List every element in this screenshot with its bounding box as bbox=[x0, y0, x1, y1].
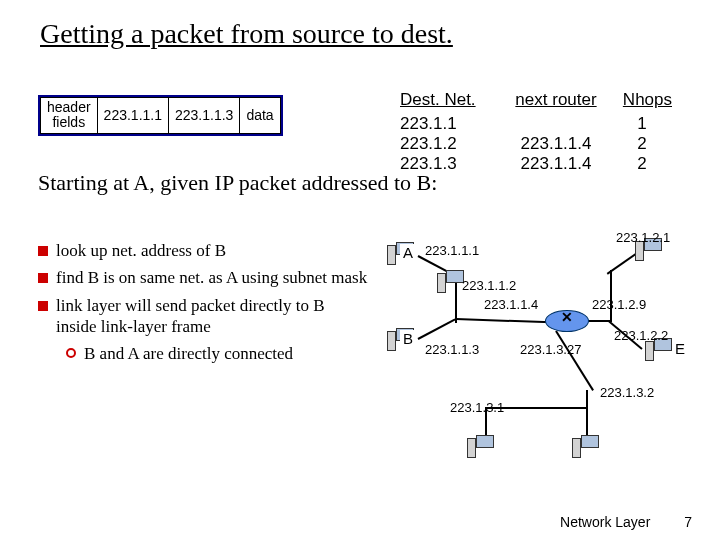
ip-label: 223.1.3.1 bbox=[450, 400, 504, 415]
subtitle: Starting at A, given IP packet addressed… bbox=[38, 170, 437, 196]
routing-table: Dest. Net. next router Nhops 223.1.1 1 2… bbox=[400, 90, 672, 174]
list-item: look up net. address of B bbox=[38, 240, 368, 261]
host-label-e: E bbox=[672, 340, 688, 357]
packet-data: data bbox=[240, 98, 280, 134]
table-header: next router bbox=[506, 90, 606, 110]
table-row: 223.1.1 1 bbox=[400, 114, 672, 134]
ip-label: 223.1.1.1 bbox=[425, 243, 479, 258]
list-subitem: B and A are directly connected bbox=[66, 343, 368, 364]
table-header: Nhops bbox=[612, 90, 672, 110]
packet-dst-ip: 223.1.1.3 bbox=[168, 98, 239, 134]
host-label-b: B bbox=[400, 330, 416, 347]
footer: Network Layer 7 bbox=[560, 514, 692, 530]
packet-header-fields: headerfields bbox=[41, 98, 98, 134]
network-diagram: A 223.1.1.1 223.1.1.2 B 223.1.1.3 223.1.… bbox=[370, 230, 700, 470]
list-item: find B is on same net. as A using subnet… bbox=[38, 267, 368, 288]
bullet-square-icon bbox=[38, 246, 48, 256]
packet-src-ip: 223.1.1.1 bbox=[97, 98, 168, 134]
ip-label: 223.1.1.4 bbox=[484, 297, 538, 312]
bullet-list: look up net. address of B find B is on s… bbox=[38, 240, 368, 364]
ip-label: 223.1.1.3 bbox=[425, 342, 479, 357]
slide-title: Getting a packet from source to dest. bbox=[0, 0, 720, 50]
table-header: Dest. Net. bbox=[400, 90, 500, 110]
packet-frame: headerfields 223.1.1.1 223.1.1.3 data bbox=[38, 95, 283, 136]
ip-label: 223.1.3.27 bbox=[520, 342, 581, 357]
bullet-square-icon bbox=[38, 273, 48, 283]
page-number: 7 bbox=[684, 514, 692, 530]
ip-label: 223.1.2.9 bbox=[592, 297, 646, 312]
table-row: 223.1.2 223.1.1.4 2 bbox=[400, 134, 672, 154]
list-item: link layer will send packet directly to … bbox=[38, 295, 368, 338]
footer-label: Network Layer bbox=[560, 514, 650, 530]
host-icon bbox=[470, 435, 500, 459]
bullet-circle-icon bbox=[66, 348, 76, 358]
host-icon bbox=[575, 435, 605, 459]
table-row: 223.1.3 223.1.1.4 2 bbox=[400, 154, 672, 174]
ip-label: 223.1.2.1 bbox=[616, 230, 670, 245]
ip-label: 223.1.3.2 bbox=[600, 385, 654, 400]
router-icon: ✕ bbox=[545, 310, 589, 332]
bullet-square-icon bbox=[38, 301, 48, 311]
ip-label: 223.1.1.2 bbox=[462, 278, 516, 293]
host-label-a: A bbox=[400, 244, 416, 261]
ip-label: 223.1.2.2 bbox=[614, 328, 668, 343]
